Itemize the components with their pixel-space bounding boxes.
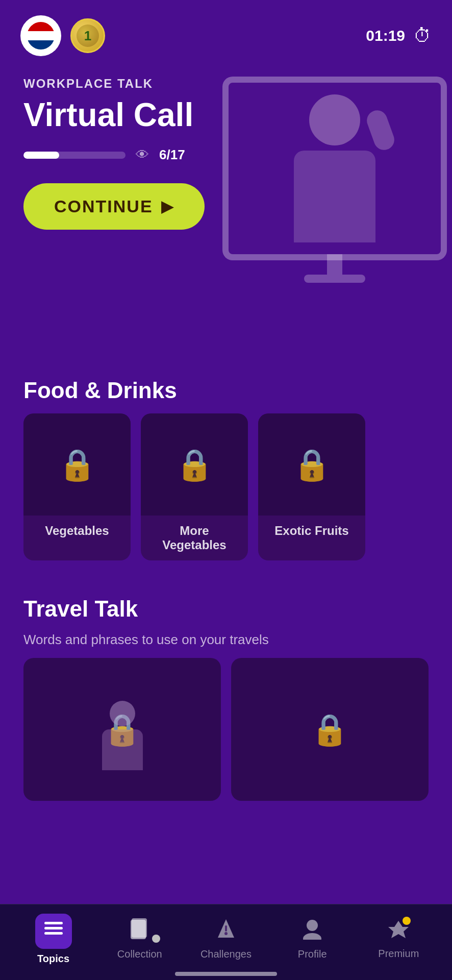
progress-bar-track xyxy=(23,152,125,159)
travel-section-subtitle: Words and phrases to use on your travels xyxy=(0,632,452,658)
travel-section-title: Travel Talk xyxy=(0,581,452,632)
continue-label: CONTINUE xyxy=(54,197,153,216)
avatar[interactable] xyxy=(20,15,61,56)
svg-point-8 xyxy=(307,920,318,931)
list-item[interactable]: 🔒 Vegetables xyxy=(23,413,131,560)
topics-icon xyxy=(35,914,72,949)
sidebar-item-profile[interactable]: Profile xyxy=(287,918,338,960)
sidebar-item-collection[interactable]: Collection xyxy=(114,918,165,960)
collection-icon xyxy=(131,918,149,944)
sidebar-item-challenges[interactable]: Challenges xyxy=(200,918,252,960)
streak-count: 1 xyxy=(84,28,91,44)
food-cards-row: 🔒 Vegetables 🔒 More Vegetables 🔒 Exotic … xyxy=(0,413,452,581)
timer-icon: ⏱ xyxy=(413,25,432,46)
list-item[interactable]: 🔒 xyxy=(231,658,429,801)
progress-count: 6/17 xyxy=(159,147,185,163)
svg-point-6 xyxy=(224,932,228,935)
food-section-title: Food & Drinks xyxy=(0,362,452,413)
premium-label: Premium xyxy=(378,948,419,960)
list-item[interactable]: 🔒 xyxy=(23,658,221,801)
lock-icon: 🔒 xyxy=(175,447,214,483)
lock-icon: 🔒 xyxy=(293,447,331,483)
svg-rect-7 xyxy=(225,925,227,932)
progress-eye-icon: 👁 xyxy=(136,147,149,163)
profile-icon xyxy=(303,918,321,944)
list-item[interactable]: 🔒 More Vegetables xyxy=(141,413,248,560)
sidebar-item-premium[interactable]: Premium xyxy=(373,919,424,960)
collection-dot xyxy=(152,935,160,943)
continue-button[interactable]: CONTINUE ▶ xyxy=(23,183,205,230)
food-section: Food & Drinks 🔒 Vegetables 🔒 More Vegeta… xyxy=(0,362,452,581)
hero-section: WORKPLACE TALK Virtual Call 👁 6/17 CONTI… xyxy=(0,66,452,362)
lock-icon: 🔒 xyxy=(58,447,96,483)
svg-point-9 xyxy=(303,933,321,940)
svg-rect-2 xyxy=(44,932,63,935)
svg-rect-0 xyxy=(44,922,63,924)
card-label: Exotic Fruits xyxy=(258,516,365,546)
topics-label: Topics xyxy=(37,953,69,965)
lock-icon: 🔒 xyxy=(311,712,349,748)
timer-display: 01:19 xyxy=(366,27,405,44)
challenges-label: Challenges xyxy=(200,948,252,960)
collection-label: Collection xyxy=(117,948,162,960)
streak-badge[interactable]: 1 xyxy=(70,18,105,53)
bottom-nav: Topics Collection Challenges xyxy=(0,904,452,980)
progress-row: 👁 6/17 xyxy=(23,147,429,163)
travel-cards-row: 🔒 🔒 xyxy=(0,658,452,801)
premium-dot xyxy=(403,917,411,925)
lesson-title: Virtual Call xyxy=(23,97,429,133)
premium-icon xyxy=(388,919,409,944)
home-indicator xyxy=(175,972,277,976)
svg-rect-4 xyxy=(131,920,146,939)
card-label: More Vegetables xyxy=(141,516,248,560)
list-item[interactable]: 🔒 Exotic Fruits xyxy=(258,413,365,560)
header-left: 1 xyxy=(20,15,105,56)
header-right: 01:19 ⏱ xyxy=(366,25,432,46)
category-label: WORKPLACE TALK xyxy=(23,77,429,91)
card-label: Vegetables xyxy=(23,516,131,546)
challenges-icon xyxy=(217,918,235,944)
app-header: 1 01:19 ⏱ xyxy=(0,0,452,66)
play-icon: ▶ xyxy=(161,198,174,215)
profile-label: Profile xyxy=(298,948,327,960)
progress-bar-fill xyxy=(23,152,59,159)
svg-rect-1 xyxy=(44,927,63,929)
travel-section: Travel Talk Words and phrases to use on … xyxy=(0,581,452,801)
sidebar-item-topics[interactable]: Topics xyxy=(28,914,79,965)
